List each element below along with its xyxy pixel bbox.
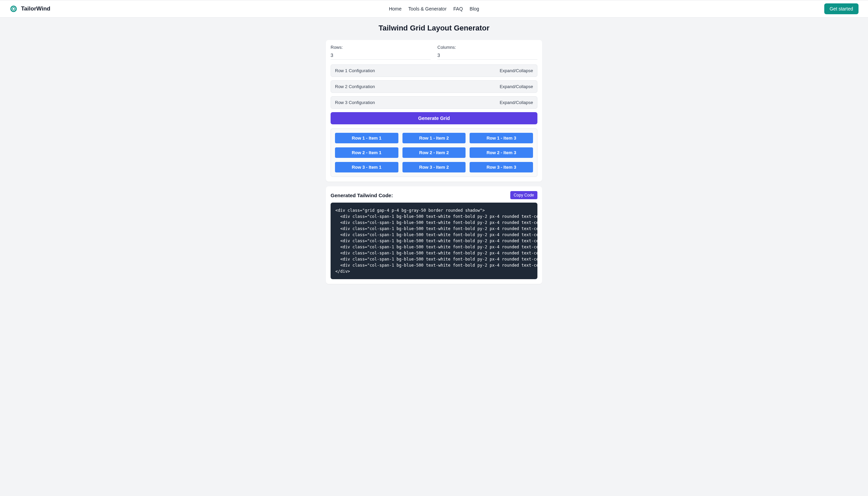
- brand[interactable]: TailorWind: [10, 5, 50, 13]
- grid-cell: Row 1 - Item 2: [403, 133, 466, 143]
- nav-faq[interactable]: FAQ: [453, 6, 463, 12]
- nav-home[interactable]: Home: [389, 6, 402, 12]
- grid-cell: Row 1 - Item 3: [469, 133, 533, 143]
- nav-blog[interactable]: Blog: [469, 6, 479, 12]
- grid-preview: Row 1 - Item 1 Row 1 - Item 2 Row 1 - It…: [331, 128, 537, 177]
- expand-collapse-toggle: Expand/Collapse: [500, 100, 533, 105]
- grid-cell: Row 2 - Item 2: [403, 148, 466, 158]
- get-started-button[interactable]: Get started: [824, 3, 858, 14]
- generate-grid-button[interactable]: Generate Grid: [331, 112, 537, 124]
- rows-input[interactable]: [331, 51, 431, 60]
- columns-input[interactable]: [437, 51, 537, 60]
- page-title: Tailwind Grid Layout Generator: [187, 24, 681, 32]
- svg-point-1: [12, 7, 15, 10]
- main-nav: Home Tools & Generator FAQ Blog: [389, 6, 479, 12]
- expand-collapse-toggle: Expand/Collapse: [500, 84, 533, 89]
- grid-cell: Row 2 - Item 1: [335, 148, 399, 158]
- columns-label: Columns:: [437, 45, 537, 50]
- grid-cell: Row 3 - Item 1: [335, 162, 399, 172]
- rows-label: Rows:: [331, 45, 431, 50]
- copy-code-button[interactable]: Copy Code: [510, 191, 537, 199]
- nav-tools[interactable]: Tools & Generator: [408, 6, 447, 12]
- row-2-config[interactable]: Row 2 Configuration Expand/Collapse: [331, 80, 537, 93]
- code-title: Generated Tailwind Code:: [331, 192, 393, 198]
- grid-cell: Row 3 - Item 3: [469, 162, 533, 172]
- row-config-label: Row 1 Configuration: [335, 68, 375, 73]
- logo-icon: [10, 5, 18, 13]
- grid-cell: Row 3 - Item 2: [403, 162, 466, 172]
- row-config-label: Row 3 Configuration: [335, 100, 375, 105]
- expand-collapse-toggle: Expand/Collapse: [500, 68, 533, 73]
- row-1-config[interactable]: Row 1 Configuration Expand/Collapse: [331, 64, 537, 77]
- svg-point-0: [11, 6, 16, 12]
- code-output[interactable]: <div class="grid gap-4 p-4 bg-gray-50 bo…: [331, 203, 537, 279]
- row-3-config[interactable]: Row 3 Configuration Expand/Collapse: [331, 96, 537, 109]
- header: TailorWind Home Tools & Generator FAQ Bl…: [0, 0, 868, 18]
- grid-cell: Row 1 - Item 1: [335, 133, 399, 143]
- row-config-label: Row 2 Configuration: [335, 84, 375, 89]
- brand-name: TailorWind: [21, 5, 50, 12]
- generator-card: Rows: Columns: Row 1 Configuration Expan…: [326, 40, 542, 182]
- code-card: Generated Tailwind Code: Copy Code <div …: [326, 186, 542, 284]
- grid-cell: Row 2 - Item 3: [469, 148, 533, 158]
